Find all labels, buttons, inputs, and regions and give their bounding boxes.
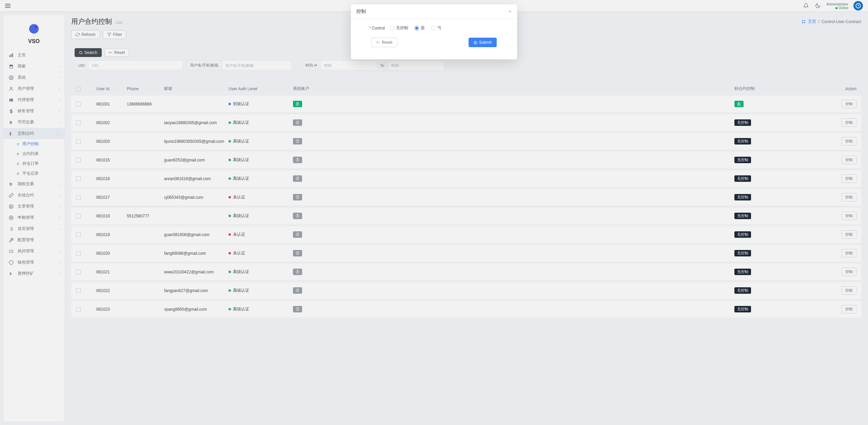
modal-overlay[interactable]: 控制 × *Control 无控制盈亏 Reset Submit xyxy=(0,0,868,425)
control-modal: 控制 × *Control 无控制盈亏 Reset Submit xyxy=(351,4,517,59)
radio-icon xyxy=(431,26,436,31)
modal-title: 控制 xyxy=(356,8,366,15)
modal-submit-button[interactable]: Submit xyxy=(469,38,497,47)
radio-option[interactable]: 无控制 xyxy=(390,25,408,31)
modal-reset-button[interactable]: Reset xyxy=(371,38,397,47)
radio-option[interactable]: 盈 xyxy=(414,25,425,31)
close-icon[interactable]: × xyxy=(509,8,512,15)
save-icon xyxy=(474,41,477,44)
radio-icon xyxy=(390,26,394,31)
control-label: *Control xyxy=(358,26,385,31)
undo-icon xyxy=(376,41,380,44)
radio-icon xyxy=(414,26,419,31)
radio-option[interactable]: 亏 xyxy=(431,25,441,31)
